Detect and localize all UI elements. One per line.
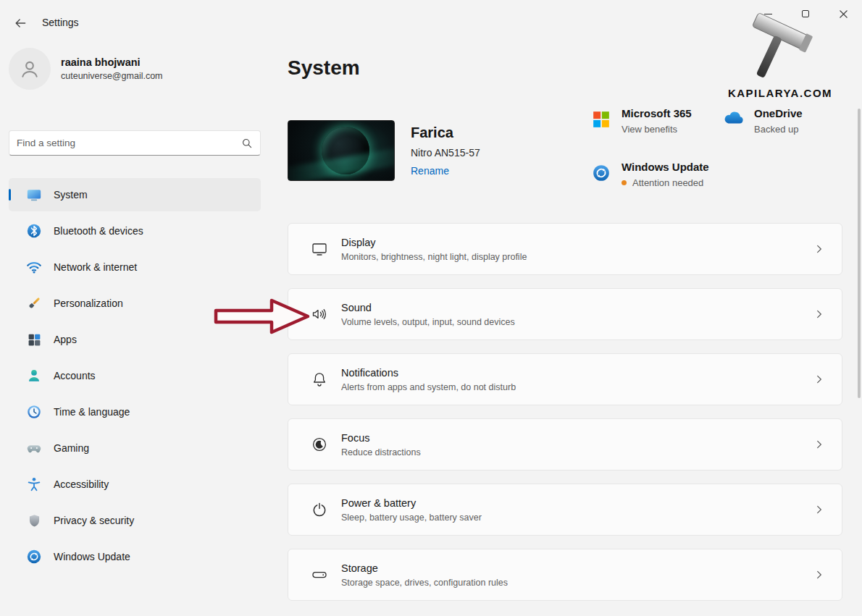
sidebar-item-accessibility[interactable]: Accessibility xyxy=(9,468,261,501)
onedrive-tile[interactable]: OneDrive Backed up xyxy=(723,107,803,135)
bell-icon xyxy=(310,370,329,389)
sidebar-item-accounts[interactable]: Accounts xyxy=(9,359,261,392)
scrollbar-thumb[interactable] xyxy=(858,109,861,398)
device-header: Farica Nitro AN515-57 Rename xyxy=(288,120,592,187)
shield-icon xyxy=(26,512,42,528)
page-title: System xyxy=(288,56,360,80)
sidebar-item-label: Bluetooth & devices xyxy=(54,225,143,237)
avatar xyxy=(9,48,51,90)
settings-row-title: Notifications xyxy=(341,367,516,379)
sidebar-item-gaming[interactable]: Gaming xyxy=(9,431,261,465)
sidebar-item-label: Privacy & security xyxy=(54,515,134,526)
settings-row-title: Storage xyxy=(341,562,508,574)
hammer-icon xyxy=(736,7,824,85)
windows-update-tile[interactable]: Windows Update Attention needed xyxy=(590,161,709,188)
game-controller-icon xyxy=(26,440,42,456)
settings-row-subtitle: Alerts from apps and system, do not dist… xyxy=(341,382,516,392)
device-model: Nitro AN515-57 xyxy=(411,147,480,159)
sidebar-item-privacy-security[interactable]: Privacy & security xyxy=(9,504,261,537)
onedrive-cloud-icon xyxy=(723,107,745,135)
microsoft-365-tile[interactable]: Microsoft 365 View benefits xyxy=(590,107,692,135)
back-button[interactable] xyxy=(10,14,30,32)
settings-row-title: Focus xyxy=(341,432,421,444)
settings-row-subtitle: Monitors, brightness, night light, displ… xyxy=(341,252,527,262)
microsoft-365-subtitle[interactable]: View benefits xyxy=(622,124,692,135)
settings-row-subtitle: Volume levels, output, input, sound devi… xyxy=(341,317,515,327)
selected-accent-pill xyxy=(9,189,11,201)
sidebar-item-label: Time & language xyxy=(54,406,130,418)
sidebar-item-label: Windows Update xyxy=(54,551,130,562)
status-block: Microsoft 365 View benefits OneDrive Bac… xyxy=(590,107,851,205)
sidebar-item-label: System xyxy=(54,189,88,201)
person-icon xyxy=(17,56,42,81)
user-name: raaina bhojwani xyxy=(61,56,163,68)
chevron-right-icon xyxy=(814,309,824,319)
settings-row-display[interactable]: Display Monitors, brightness, night ligh… xyxy=(288,223,842,275)
sidebar-item-label: Network & internet xyxy=(54,261,137,273)
device-thumbnail xyxy=(288,120,395,181)
annotation-arrow-icon xyxy=(214,297,311,336)
settings-row-notifications[interactable]: Notifications Alerts from apps and syste… xyxy=(288,353,842,405)
sidebar-item-bluetooth-devices[interactable]: Bluetooth & devices xyxy=(9,214,261,248)
sidebar-nav: System Bluetooth & devices Network & int… xyxy=(9,178,261,576)
sidebar-item-time-language[interactable]: Time & language xyxy=(9,395,261,429)
sidebar-item-system[interactable]: System xyxy=(9,178,261,211)
accessibility-person-icon xyxy=(26,476,42,492)
system-icon xyxy=(26,187,42,203)
accounts-person-icon xyxy=(26,368,42,384)
sound-icon xyxy=(310,305,329,324)
chevron-right-icon xyxy=(814,244,824,254)
power-icon xyxy=(310,500,329,519)
chevron-right-icon xyxy=(814,374,824,384)
windows-update-status-icon xyxy=(590,161,612,188)
sidebar-item-windows-update[interactable]: Windows Update xyxy=(9,540,261,573)
settings-row-sound[interactable]: Sound Volume levels, output, input, soun… xyxy=(288,288,842,340)
wifi-icon xyxy=(26,259,42,275)
search-box xyxy=(9,130,261,156)
onedrive-subtitle: Backed up xyxy=(754,124,803,135)
search-input[interactable] xyxy=(9,138,241,148)
paintbrush-icon xyxy=(26,295,42,311)
settings-row-focus[interactable]: Focus Reduce distractions xyxy=(288,418,842,471)
sidebar-item-label: Personalization xyxy=(54,298,123,309)
bluetooth-icon xyxy=(26,223,42,239)
user-email: cuteuniverse@gmail.com xyxy=(61,71,163,81)
onedrive-title: OneDrive xyxy=(754,107,803,119)
close-icon xyxy=(839,9,848,19)
sidebar-item-label: Accounts xyxy=(54,370,96,381)
attention-dot xyxy=(622,180,627,185)
settings-row-subtitle: Sleep, battery usage, battery saver xyxy=(341,512,482,523)
settings-row-subtitle: Reduce distractions xyxy=(341,447,421,457)
chevron-right-icon xyxy=(814,505,824,515)
settings-window: Settings raaina bhojwani cuteuniverse@gm… xyxy=(0,0,862,616)
settings-list: Display Monitors, brightness, night ligh… xyxy=(288,223,842,614)
settings-row-title: Sound xyxy=(341,302,515,313)
rename-link[interactable]: Rename xyxy=(411,165,449,177)
windows-update-subtitle: Attention needed xyxy=(632,177,703,188)
search-icon[interactable] xyxy=(241,138,253,149)
settings-row-title: Power & battery xyxy=(341,497,482,509)
sidebar-item-network-internet[interactable]: Network & internet xyxy=(9,250,261,284)
watermark: KAPILARYA.COM xyxy=(726,7,834,99)
chevron-right-icon xyxy=(814,439,824,450)
apps-grid-icon xyxy=(26,332,42,347)
storage-drive-icon xyxy=(310,565,329,584)
sidebar-item-label: Apps xyxy=(54,334,77,345)
window-title: Settings xyxy=(42,17,79,28)
microsoft-365-icon xyxy=(590,107,612,135)
sidebar-item-label: Gaming xyxy=(54,442,89,454)
focus-crescent-icon xyxy=(310,435,329,454)
microsoft-365-title: Microsoft 365 xyxy=(622,107,692,119)
watermark-text: KAPILARYA.COM xyxy=(726,87,834,99)
display-icon xyxy=(310,240,329,258)
settings-row-storage[interactable]: Storage Storage space, drives, configura… xyxy=(288,549,842,601)
back-arrow-icon xyxy=(13,16,28,30)
windows-update-icon xyxy=(26,549,42,565)
sidebar-item-label: Accessibility xyxy=(54,478,109,490)
settings-row-power-battery[interactable]: Power & battery Sleep, battery usage, ba… xyxy=(288,484,842,536)
user-account-block[interactable]: raaina bhojwani cuteuniverse@gmail.com xyxy=(9,48,163,90)
clock-icon xyxy=(26,404,42,420)
device-name: Farica xyxy=(411,125,480,141)
settings-row-subtitle: Storage space, drives, configuration rul… xyxy=(341,578,508,588)
windows-update-title: Windows Update xyxy=(622,161,709,173)
